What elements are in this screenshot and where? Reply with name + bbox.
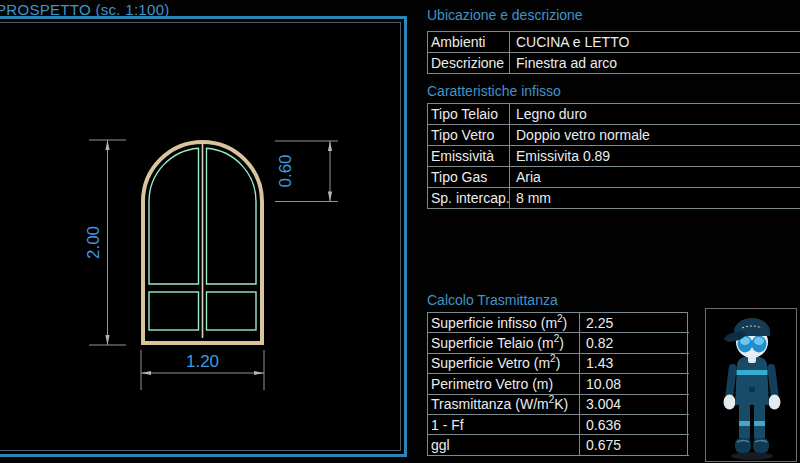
dimension-height: 2.00 <box>84 140 126 345</box>
dimension-arch-label: 0.60 <box>276 154 295 187</box>
left-lower-panel <box>149 292 199 330</box>
row-label: Ambienti <box>428 32 509 53</box>
row-label: Tipo Gas <box>428 167 509 188</box>
dimension-arch-height: 0.60 <box>275 141 338 202</box>
row-label: Sp. intercap. <box>428 188 509 209</box>
row-value: Finestra ad arco <box>509 53 800 74</box>
label-text: ) <box>556 355 561 371</box>
table-calcolo: Superficie infisso (m2) 2.25 Superficie … <box>427 312 688 456</box>
mascot-box <box>705 308 797 462</box>
row-label: Superficie Vetro (m2) <box>428 354 579 374</box>
row-value: 3.004 <box>579 395 689 415</box>
row-value: 8 mm <box>509 188 800 209</box>
row-value: Emissivita 0.89 <box>509 146 800 167</box>
row-label: Trasmittanza (W/m2K) <box>428 395 579 415</box>
arrowhead-left <box>141 371 151 375</box>
label-text: ggl <box>431 437 450 453</box>
table-ubicazione: Ambienti CUCINA e LETTO Descrizione Fine… <box>427 31 800 74</box>
row-label: Superficie infisso (m2) <box>428 313 579 333</box>
row-value: 0.636 <box>579 415 689 435</box>
right-lower-panel <box>207 292 257 330</box>
label-text: 1 - Ff <box>431 417 464 433</box>
row-label: Superficie Telaio (m2) <box>428 333 579 353</box>
mascot-shadow <box>731 452 773 460</box>
row-value: Doppio vetro normale <box>509 125 800 146</box>
arrowhead-down <box>105 335 109 345</box>
window-elevation-drawing: 2.00 0.60 1.20 <box>0 16 410 457</box>
arrowhead-down <box>328 192 332 202</box>
row-value: 1.43 <box>579 354 689 374</box>
row-value: 0.675 <box>579 435 689 455</box>
left-leaf-pane <box>149 148 199 284</box>
row-label: Tipo Vetro <box>428 125 509 146</box>
row-value: 2.25 <box>579 313 689 333</box>
dimension-width-label: 1.20 <box>186 352 219 371</box>
label-text: Superficie Telaio (m <box>431 335 554 351</box>
dimension-width: 1.20 <box>141 350 264 390</box>
row-value: 10.08 <box>579 374 689 394</box>
section-header-ubicazione: Ubicazione e descrizione <box>427 7 583 23</box>
label-text: Superficie Vetro (m <box>431 355 550 371</box>
row-label: 1 - Ff <box>428 415 579 435</box>
label-text: ) <box>559 335 564 351</box>
row-value: CUCINA e LETTO <box>509 32 800 53</box>
label-text: ) <box>563 315 568 331</box>
right-leaf-pane <box>207 148 257 284</box>
label-text: Trasmittanza (W/m <box>431 396 549 412</box>
row-label: Emissività <box>428 146 509 167</box>
row-label: Perimetro Vetro (m) <box>428 374 579 394</box>
label-text: K) <box>554 396 568 412</box>
arrowhead-up <box>328 141 332 151</box>
row-value: Aria <box>509 167 800 188</box>
row-value: Legno duro <box>509 104 800 125</box>
arrowhead-up <box>105 140 109 150</box>
robot-mascot-icon <box>706 309 797 462</box>
row-label: ggl <box>428 435 579 455</box>
label-text: Perimetro Vetro (m) <box>431 376 553 392</box>
dimension-height-label: 2.00 <box>84 226 103 259</box>
row-value: 0.82 <box>579 333 689 353</box>
table-caratteristiche: Tipo Telaio Legno duro Tipo Vetro Doppio… <box>427 103 800 209</box>
row-label: Tipo Telaio <box>428 104 509 125</box>
section-header-calcolo: Calcolo Trasmittanza <box>427 292 558 308</box>
label-text: Superficie infisso (m <box>431 315 557 331</box>
arrowhead-right <box>254 371 264 375</box>
row-label: Descrizione <box>428 53 509 74</box>
section-header-caratteristiche: Caratteristiche infisso <box>427 83 561 99</box>
